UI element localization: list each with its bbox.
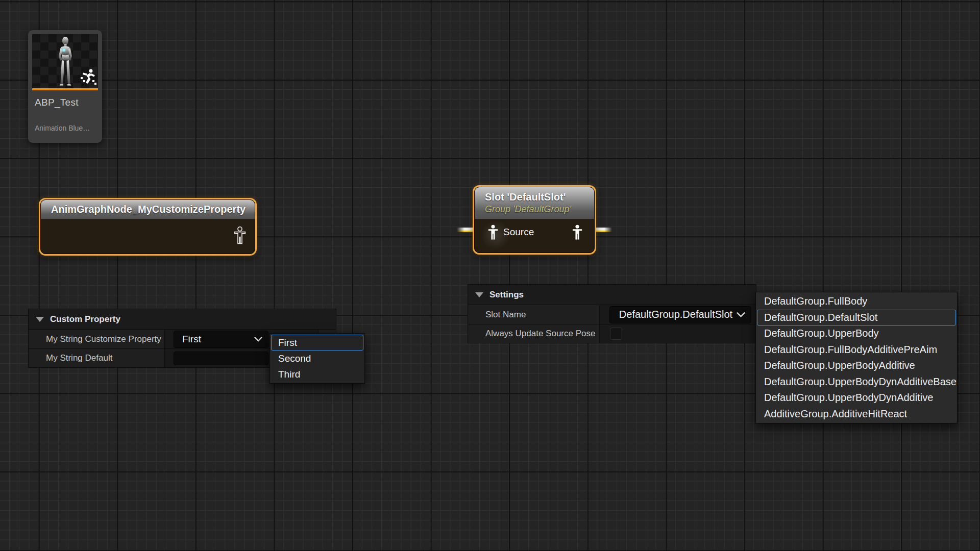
- slot-option[interactable]: DefaultGroup.UpperBodyAdditive: [757, 358, 956, 374]
- slot-option[interactable]: AdditiveGroup.AdditiveHitReact: [757, 406, 956, 422]
- my-string-customize-combo[interactable]: First: [174, 331, 268, 348]
- panel-header-label: Settings: [489, 290, 524, 300]
- node-title: Slot 'DefaultSlot': [485, 191, 584, 203]
- asset-thumbnail: [32, 34, 98, 90]
- slot-option[interactable]: DefaultGroup.UpperBodyDynAdditive: [757, 390, 956, 406]
- always-update-source-pose-checkbox[interactable]: [610, 328, 622, 340]
- chevron-down-icon: [254, 337, 262, 342]
- node-slot-default-slot[interactable]: Slot 'DefaultSlot' Group 'DefaultGroup' …: [473, 185, 596, 255]
- settings-panel-header[interactable]: Settings: [468, 285, 756, 305]
- settings-panel: Settings Slot Name DefaultGroup.DefaultS…: [468, 284, 756, 343]
- combo-value: First: [174, 334, 201, 345]
- chevron-down-icon: [737, 312, 745, 317]
- slot-option[interactable]: DefaultGroup.DefaultSlot: [757, 310, 956, 326]
- slot-option[interactable]: DefaultGroup.FullBody: [757, 293, 956, 310]
- node-title: AnimGraphNode_MyCustomizeProperty: [51, 204, 244, 215]
- pose-wire-left: [457, 228, 474, 232]
- output-pose-pin-icon[interactable]: [233, 227, 247, 244]
- enum-dropdown-popup: First Second Third: [270, 333, 365, 384]
- pose-wire-right: [595, 228, 612, 232]
- collapse-arrow-icon[interactable]: [36, 317, 44, 322]
- node-subtitle: Group 'DefaultGroup': [485, 204, 584, 215]
- property-label: Slot Name: [468, 305, 600, 324]
- slot-option[interactable]: DefaultGroup.UpperBodyDynAdditiveBase: [757, 374, 956, 390]
- property-label: My String Customize Property: [29, 330, 165, 348]
- my-string-default-input[interactable]: [174, 352, 268, 365]
- node-header[interactable]: AnimGraphNode_MyCustomizeProperty: [41, 200, 255, 219]
- custom-property-panel-header[interactable]: Custom Property: [29, 309, 336, 330]
- node-body: Source: [475, 219, 594, 253]
- asset-card-abp-test[interactable]: ABP_Test Animation Blue…: [28, 30, 102, 143]
- property-row-always-update-source-pose: Always Update Source Pose: [468, 324, 756, 343]
- graph-canvas[interactable]: ABP_Test Animation Blue… AnimGraphNode_M…: [0, 0, 980, 551]
- slot-name-dropdown-popup: DefaultGroup.FullBody DefaultGroup.Defau…: [755, 292, 958, 423]
- panel-header-label: Custom Property: [50, 314, 120, 324]
- source-pin-label: Source: [503, 227, 534, 238]
- asset-title: ABP_Test: [35, 97, 79, 108]
- collapse-arrow-icon[interactable]: [475, 292, 483, 297]
- animation-running-man-icon: [78, 68, 97, 85]
- property-value-cell: [600, 324, 756, 343]
- slot-option[interactable]: DefaultGroup.UpperBody: [757, 325, 956, 342]
- property-value-cell: DefaultGroup.DefaultSlot: [600, 305, 756, 324]
- property-label: My String Default: [29, 349, 165, 367]
- slot-option[interactable]: DefaultGroup.FullBodyAdditivePreAim: [757, 342, 956, 358]
- node-anim-graph-customize-property[interactable]: AnimGraphNode_MyCustomizeProperty: [39, 198, 257, 256]
- property-label: Always Update Source Pose: [468, 324, 600, 343]
- output-pose-pin-icon[interactable]: [572, 224, 583, 240]
- enum-option-first[interactable]: First: [271, 335, 363, 350]
- asset-type-label: Animation Blue…: [35, 124, 90, 132]
- node-body: [41, 219, 255, 254]
- enum-option-second[interactable]: Second: [271, 350, 363, 366]
- node-header[interactable]: Slot 'DefaultSlot' Group 'DefaultGroup': [475, 187, 594, 219]
- enum-option-third[interactable]: Third: [271, 366, 363, 382]
- property-row-slot-name: Slot Name DefaultGroup.DefaultSlot: [468, 305, 756, 324]
- source-pose-pin-icon[interactable]: [487, 224, 499, 240]
- combo-value: DefaultGroup.DefaultSlot: [619, 309, 732, 320]
- slot-name-combo[interactable]: DefaultGroup.DefaultSlot: [609, 306, 751, 323]
